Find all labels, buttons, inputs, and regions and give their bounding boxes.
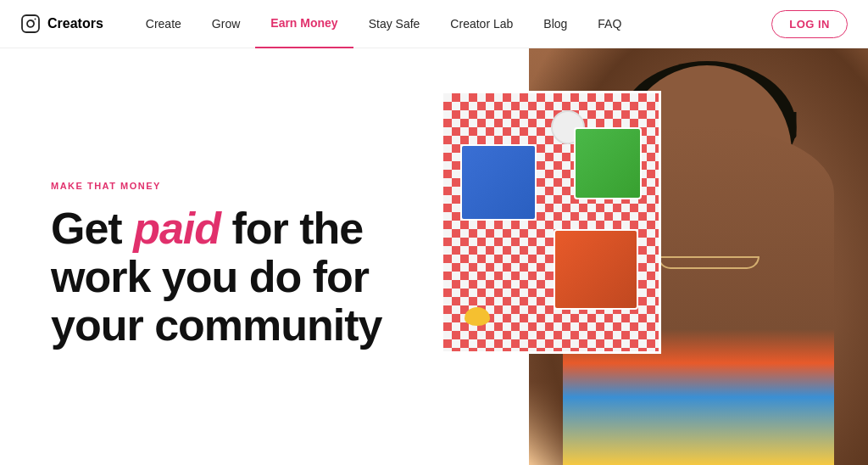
instagram-icon [20, 14, 41, 34]
hero-title: Get paid for the work you do for your co… [51, 204, 400, 350]
nav-blog[interactable]: Blog [528, 0, 582, 48]
nav-create[interactable]: Create [131, 0, 197, 48]
hero-title-before: Get [51, 204, 133, 253]
flatlay-product-3 [574, 127, 642, 199]
nav-links: Create Grow Earn Money Stay Safe Creator… [131, 0, 771, 48]
svg-rect-0 [22, 15, 39, 32]
nav-earn-money[interactable]: Earn Money [255, 0, 353, 48]
login-button[interactable]: LOG IN [771, 10, 848, 38]
flatlay-product-1 [460, 144, 537, 221]
hero-images [441, 48, 868, 465]
hero-flatlay-photo [441, 91, 661, 354]
flatlay-mango [465, 307, 490, 326]
brand-logo[interactable]: Creators [20, 14, 103, 34]
hero-tag: MAKE THAT MONEY [51, 181, 400, 191]
nav-grow[interactable]: Grow [197, 0, 255, 48]
nav-stay-safe[interactable]: Stay Safe [353, 0, 436, 48]
hero-section: MAKE THAT MONEY Get paid for the work yo… [0, 48, 868, 465]
brand-name: Creators [47, 16, 103, 31]
nav-creator-lab[interactable]: Creator Lab [435, 0, 528, 48]
hero-title-highlight: paid [133, 204, 220, 253]
flatlay-product-2 [554, 229, 638, 310]
hero-content: MAKE THAT MONEY Get paid for the work yo… [0, 48, 441, 465]
navbar: Creators Create Grow Earn Money Stay Saf… [0, 0, 868, 48]
nav-faq[interactable]: FAQ [582, 0, 637, 48]
portrait-necklace [658, 256, 760, 269]
